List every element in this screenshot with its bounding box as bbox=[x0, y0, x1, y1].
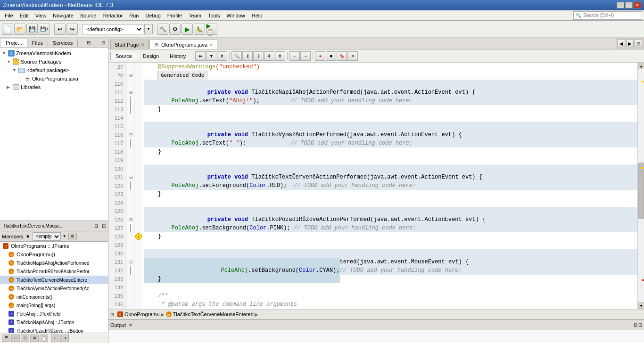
tab-okno-close[interactable]: ✕ bbox=[209, 42, 213, 47]
member-item-4[interactable]: m TlačitkoTextČervenëMouseEntere bbox=[0, 276, 108, 284]
bottom-panel-minimize[interactable]: ⊟ bbox=[93, 223, 99, 229]
generated-code-label[interactable]: Generated Code bbox=[157, 71, 207, 80]
menu-file[interactable]: File bbox=[2, 12, 16, 19]
clean-build-button[interactable]: ⚙ bbox=[169, 24, 181, 35]
tab-nav-right[interactable]: ▶ bbox=[626, 40, 634, 47]
tree-expand-pkg[interactable]: ▼ bbox=[12, 68, 18, 73]
scrollbar-thumb[interactable] bbox=[638, 163, 644, 219]
menu-search-box[interactable]: 🔍 bbox=[573, 11, 642, 20]
maximize-button[interactable]: □ bbox=[625, 2, 633, 8]
ctrl-btn-3[interactable]: ⊡ bbox=[21, 335, 29, 342]
editor-btn-task[interactable]: ≡ bbox=[347, 51, 358, 61]
members-filter-combo-btn[interactable]: ▼ bbox=[63, 234, 66, 238]
tab-nav-left[interactable]: ◀ bbox=[618, 40, 625, 47]
fold-126[interactable]: ⊟ bbox=[127, 215, 134, 224]
tree-expand-lib[interactable]: ▶ bbox=[7, 85, 12, 90]
member-item-2[interactable]: m TlačitkoNapišAhojActionPerformed bbox=[0, 259, 108, 267]
left-panel-close[interactable]: ⊡ bbox=[99, 40, 107, 46]
member-item-0[interactable]: C OknoProgramu :: JFrame bbox=[0, 242, 108, 250]
breadcrumb-method-label[interactable]: TlačitkoTextČervenëMouseEntered bbox=[173, 311, 254, 317]
tab-okno-programu[interactable]: ☕ OknoProgramu.java ✕ bbox=[149, 40, 217, 49]
breadcrumb-class-label[interactable]: OknoProgramu bbox=[124, 311, 160, 317]
close-button[interactable]: ✕ bbox=[634, 2, 641, 8]
left-panel-maximize[interactable]: ⊟ bbox=[85, 40, 92, 46]
editor-tab-design[interactable]: Design bbox=[138, 52, 164, 60]
output-maximize[interactable]: ⊟ bbox=[634, 322, 637, 327]
menu-help[interactable]: Help bbox=[249, 12, 265, 19]
build-button[interactable]: 🔨 bbox=[157, 24, 168, 35]
member-item-10[interactable]: f TlačitkoPozadíRůžovë : JButton bbox=[0, 327, 108, 333]
tree-expand-src[interactable]: ▼ bbox=[7, 59, 12, 64]
tab-maximize[interactable]: ⊡ bbox=[635, 40, 642, 47]
minimize-button[interactable]: _ bbox=[617, 2, 624, 8]
redo-button[interactable]: ↪ bbox=[66, 24, 78, 35]
config-combo[interactable]: <default config> bbox=[82, 24, 143, 34]
tree-item-default-package[interactable]: ▼ <default package> bbox=[1, 66, 107, 74]
tree-item-project[interactable]: ▼ Z ZmenaVlastnostiKodem bbox=[1, 49, 107, 57]
editor-btn-bookmark[interactable]: 🔖 bbox=[337, 51, 347, 61]
editor-btn-back[interactable]: ← bbox=[289, 51, 300, 61]
editor-tab-history[interactable]: History bbox=[165, 52, 191, 60]
output-close[interactable]: ⊡ bbox=[638, 322, 642, 327]
member-item-5[interactable]: m TlačitkoVymažActionPerformed(Ac bbox=[0, 284, 108, 293]
output-close-icon[interactable]: ✕ bbox=[129, 323, 132, 327]
editor-btn-2[interactable]: ▼ bbox=[206, 51, 216, 61]
member-item-9[interactable]: f TlačitkoNapišAhoj : JButton bbox=[0, 318, 108, 327]
tree-item-source-packages[interactable]: ▼ Source Packages bbox=[1, 57, 107, 66]
member-item-3[interactable]: m TlačitkoPozadíRůžovëActionPerfor bbox=[0, 267, 108, 276]
debug-button[interactable]: 🐛 bbox=[194, 24, 205, 35]
editor-btn-3[interactable]: ⬆ bbox=[217, 51, 227, 61]
menu-debug[interactable]: Debug bbox=[142, 12, 163, 19]
fold-116[interactable]: ⊟ bbox=[127, 131, 134, 139]
tab-services[interactable]: Services bbox=[48, 39, 78, 47]
editor-btn-1[interactable]: ⬅ bbox=[195, 51, 206, 61]
editor-btn-6[interactable]: ⟫ bbox=[253, 51, 264, 61]
menu-run[interactable]: Run bbox=[126, 12, 141, 19]
editor-btn-record[interactable]: ● bbox=[315, 51, 325, 61]
ctrl-btn-4[interactable]: ⊞ bbox=[30, 335, 39, 342]
member-item-7[interactable]: m main(String[] args) bbox=[0, 301, 108, 310]
editor-btn-8[interactable]: ⬆ bbox=[275, 51, 285, 61]
menu-navigate[interactable]: Navigate bbox=[50, 12, 76, 19]
menu-source[interactable]: Source bbox=[77, 12, 99, 19]
undo-button[interactable]: ↩ bbox=[54, 24, 66, 35]
member-item-1[interactable]: m OknoProgramu() bbox=[0, 250, 108, 259]
editor-btn-fwd[interactable]: → bbox=[300, 51, 311, 61]
run-button[interactable]: ▶ bbox=[182, 24, 193, 35]
members-settings-btn[interactable]: ⚙ bbox=[68, 233, 77, 240]
fold-131[interactable]: ⊟ bbox=[127, 258, 134, 266]
save-all-button[interactable]: 💾+ bbox=[39, 24, 50, 35]
search-input[interactable] bbox=[583, 13, 640, 18]
fold-28[interactable]: ⊟ bbox=[127, 71, 134, 80]
tab-start-page[interactable]: Start Page ✕ bbox=[110, 40, 149, 49]
members-filter-combo[interactable]: <empty> bbox=[33, 232, 61, 241]
menu-refactor[interactable]: Refactor bbox=[100, 12, 126, 19]
open-button[interactable]: 📂 bbox=[14, 24, 25, 35]
config-combo-btn[interactable]: ▼ bbox=[144, 24, 153, 34]
new-file-button[interactable]: 📄 bbox=[2, 24, 13, 35]
member-item-8[interactable]: f PoleAhoj : JTextField bbox=[0, 310, 108, 318]
bottom-panel-maximize[interactable]: ⊡ bbox=[100, 223, 107, 229]
menu-window[interactable]: Window bbox=[224, 12, 248, 19]
editor-btn-7[interactable]: ⬇ bbox=[264, 51, 274, 61]
save-button[interactable]: 💾 bbox=[26, 24, 38, 35]
code-content[interactable]: @SuppressWarnings("unchecked") Generated… bbox=[142, 63, 637, 309]
ctrl-btn-2[interactable]: □ bbox=[11, 335, 20, 342]
ctrl-btn-6[interactable]: ⇤ bbox=[51, 335, 59, 342]
scrollbar-track[interactable] bbox=[638, 69, 644, 302]
menu-tools[interactable]: Tools bbox=[205, 12, 223, 19]
tree-expand-project[interactable]: ▼ bbox=[2, 51, 8, 56]
tab-start-page-close[interactable]: ✕ bbox=[141, 42, 145, 47]
tree-item-libraries[interactable]: ▶ Libraries bbox=[1, 83, 107, 91]
scrollbar-down-btn[interactable]: ▼ bbox=[638, 302, 644, 309]
ctrl-btn-1[interactable]: ☰ bbox=[2, 335, 10, 342]
fold-121[interactable]: ⊟ bbox=[127, 173, 134, 181]
profile-button[interactable]: ▶⌚ bbox=[206, 24, 217, 35]
menu-team[interactable]: Team bbox=[186, 12, 204, 19]
menu-profile[interactable]: Profile bbox=[165, 12, 185, 19]
menu-view[interactable]: View bbox=[33, 12, 50, 19]
ctrl-btn-5[interactable]: 📋 bbox=[40, 335, 48, 342]
member-item-6[interactable]: m initComponents() bbox=[0, 293, 108, 301]
fold-111[interactable]: ⊟ bbox=[127, 88, 134, 97]
breadcrumb-maximize[interactable]: ⊡ bbox=[110, 312, 114, 317]
